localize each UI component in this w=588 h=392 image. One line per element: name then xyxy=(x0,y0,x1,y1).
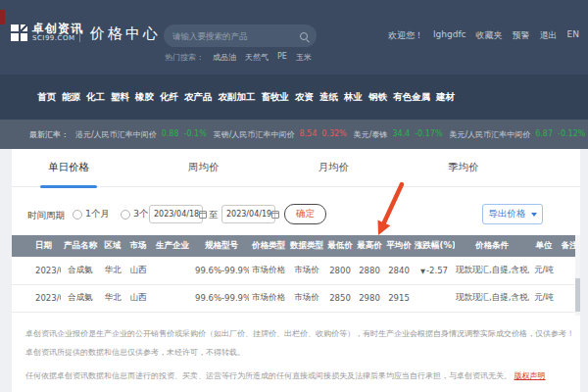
logout-link[interactable]: 退出 xyxy=(540,29,558,42)
nav-item-forestry[interactable]: 林业 xyxy=(344,91,363,104)
content-card: 单日价格 周均价 月均价 季均价 时间周期 1个月 3个月 1年 2023/04… xyxy=(12,149,580,392)
fx-item: 港元/人民币汇率中间价 0.88 -0.1% xyxy=(75,129,207,140)
ticker-label: 最新汇率： xyxy=(29,129,69,140)
scrollbar-thumb[interactable] xyxy=(575,278,580,312)
nav-item-agriculture[interactable]: 农产品 xyxy=(184,91,213,104)
cell-date: 2023/04/18 xyxy=(12,284,61,312)
alerts-link[interactable]: 预警 xyxy=(513,29,530,42)
nav-item-fiber[interactable]: 化纤 xyxy=(160,91,178,104)
hot-search-item[interactable]: 玉米 xyxy=(296,52,312,63)
fx-change: -0.17% xyxy=(415,129,442,140)
fx-value: 6.87 xyxy=(535,129,553,140)
logo-grid-icon xyxy=(11,24,27,41)
favorites-link[interactable]: 收藏夹 xyxy=(476,29,503,42)
search-box[interactable] xyxy=(164,24,317,47)
fx-ticker: 最新汇率： 港元/人民币汇率中间价 0.88 -0.1% 英镑/人民币汇率中间价… xyxy=(0,120,588,149)
col-date: 日期 xyxy=(12,235,61,257)
col-unit: 单位 xyxy=(529,235,559,257)
cell-product: 合成氨 xyxy=(61,284,100,312)
nav-item-livestock[interactable]: 畜牧业 xyxy=(262,91,290,104)
cell-low: 2850 xyxy=(325,284,355,312)
date-to-input[interactable]: 2023/04/19 xyxy=(221,205,275,223)
nav-item-agri-materials[interactable]: 农资 xyxy=(295,91,314,104)
confirm-button[interactable]: 确定 xyxy=(284,204,326,224)
tab-monthly-avg[interactable]: 月均价 xyxy=(311,149,358,187)
nav-item-building-materials[interactable]: 建材 xyxy=(436,91,455,104)
hot-search-item[interactable]: PE xyxy=(277,52,287,63)
edge-red-artifact xyxy=(0,10,5,24)
col-producer: 生产企业 xyxy=(151,235,194,257)
cell-market: 山西 xyxy=(125,284,151,312)
nav-item-agri-processing[interactable]: 农副加工 xyxy=(219,91,256,104)
table-scrollbar[interactable] xyxy=(575,235,580,316)
cell-high: 2980 xyxy=(355,284,384,312)
header-divider xyxy=(79,25,80,42)
language-link[interactable]: EN xyxy=(567,29,579,42)
search-input[interactable] xyxy=(172,31,300,41)
nav-item-home[interactable]: 首页 xyxy=(37,91,56,104)
table-header-row: 日期 产品名称 区域 市场 生产企业 规格型号 价格类型 数据类型 最低价 最高… xyxy=(12,235,580,257)
tab-quarterly-avg[interactable]: 季均价 xyxy=(440,149,487,187)
search-icon[interactable] xyxy=(300,32,308,40)
calendar-icon xyxy=(199,211,207,219)
nav-item-chemical[interactable]: 化工 xyxy=(86,91,105,104)
nav-item-paper[interactable]: 造纸 xyxy=(319,91,338,104)
date-from-input[interactable]: 2023/04/18 xyxy=(149,205,203,223)
copyright-link[interactable]: 版权声明 xyxy=(514,371,546,380)
nav-item-rubber[interactable]: 橡胶 xyxy=(135,91,154,104)
down-triangle-icon: ▼ xyxy=(420,268,425,275)
fx-value: 0.88 xyxy=(162,129,179,140)
cell-region: 华北 xyxy=(100,284,125,312)
col-change: 涨跌幅(%) xyxy=(414,235,455,257)
col-spec: 规格型号 xyxy=(194,235,249,257)
cell-high: 2880 xyxy=(355,257,384,284)
tab-daily-price[interactable]: 单日价格 xyxy=(40,149,97,187)
username[interactable]: lghgdfc xyxy=(433,29,466,42)
main-nav: 首页 能源 化工 塑料 橡胶 化纤 农产品 农副加工 畜牧业 农资 造纸 林业 … xyxy=(0,74,588,120)
cell-price-type: 市场价格 xyxy=(249,284,288,312)
cell-producer xyxy=(151,257,194,284)
cell-condition: 现款现汇,自提,含税,汽运 xyxy=(455,257,529,284)
table-row: 2023/04/18 合成氨 华北 山西 99.6%-99.9% 市场价格 市场… xyxy=(12,284,580,312)
radio-circle-icon xyxy=(73,210,82,220)
nav-item-steel[interactable]: 钢铁 xyxy=(368,91,387,104)
top-header: 卓创资讯 SCI99.COM 价格中心 热门搜索： 成品油 天然气 PE 玉米 … xyxy=(0,0,588,74)
fx-change: 0.32% xyxy=(321,129,346,140)
nav-item-plastic[interactable]: 塑料 xyxy=(111,91,129,104)
user-area: 欢迎您！ lghgdfc 收藏夹 预警 退出 EN xyxy=(388,29,579,42)
site-logo[interactable]: 卓创资讯 SCI99.COM xyxy=(11,23,83,42)
hot-search-label: 热门搜索： xyxy=(165,52,204,63)
page-title: 价格中心 xyxy=(90,24,161,43)
fx-change: -0.1% xyxy=(184,129,207,140)
cell-condition: 现款现汇,自提,含税,汽运 xyxy=(455,284,529,312)
cell-avg: 2915 xyxy=(384,284,414,312)
chevron-down-icon xyxy=(531,213,537,217)
hot-search-item[interactable]: 天然气 xyxy=(245,52,269,63)
tab-weekly-avg[interactable]: 周均价 xyxy=(180,149,227,187)
date-to-label: 至 xyxy=(209,209,219,221)
radio-1-month[interactable]: 1个月 xyxy=(73,208,110,220)
fx-item: 美元/泰铢 34.4 -0.17% xyxy=(354,129,443,140)
cell-price-type: 市场价格 xyxy=(249,257,288,284)
col-region: 区域 xyxy=(100,235,125,257)
nav-item-energy[interactable]: 能源 xyxy=(62,91,80,104)
col-data-type: 数据类型 xyxy=(288,235,325,257)
col-avg: 平均价 xyxy=(384,235,414,257)
cell-market: 山西 xyxy=(125,257,151,284)
cell-unit: 元/吨 xyxy=(529,284,559,312)
fx-item: 美元/人民币汇率中间价 6.87 -0.12% xyxy=(450,129,586,140)
cell-data-type: 市场价 xyxy=(288,284,325,312)
export-price-button[interactable]: 导出价格 xyxy=(482,204,543,224)
col-condition: 价格条件 xyxy=(455,235,529,257)
logo-title: 卓创资讯 xyxy=(32,23,83,34)
col-price-type: 价格类型 xyxy=(249,235,288,257)
disclaimer-line-2: 卓创资讯所提供的数据和信息仅供参考，未经许可，不得转载。 xyxy=(25,347,574,358)
col-market: 市场 xyxy=(125,235,151,257)
hot-search: 热门搜索： 成品油 天然气 PE 玉米 xyxy=(165,52,312,63)
hot-search-item[interactable]: 成品油 xyxy=(213,52,236,63)
cell-change xyxy=(414,284,455,312)
disclaimer-line-3: 任何依据卓创资讯数据和信息而进行的投资、买卖、运营等行为所造成的任何直接或间接损… xyxy=(25,370,574,381)
calendar-icon xyxy=(271,211,279,219)
nav-item-nonferrous[interactable]: 有色金属 xyxy=(393,91,430,104)
cell-product: 合成氨 xyxy=(61,257,100,284)
